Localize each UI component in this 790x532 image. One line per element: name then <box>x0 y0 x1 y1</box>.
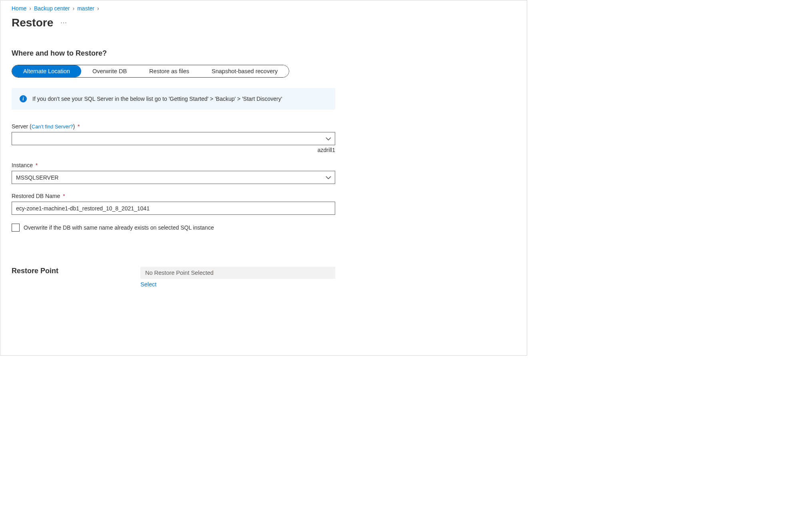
server-field: Server (Can't find Server?) * azdrill1 <box>12 123 335 153</box>
server-helper-text: azdrill1 <box>12 147 335 153</box>
restore-point-section: Restore Point No Restore Point Selected … <box>12 267 516 288</box>
info-icon: i <box>20 95 27 102</box>
overwrite-checkbox-label: Overwrite if the DB with same name alrea… <box>24 224 214 231</box>
option-alternate-location[interactable]: Alternate Location <box>12 65 81 77</box>
cant-find-server-link[interactable]: Can't find Server? <box>32 124 73 130</box>
restored-db-label: Restored DB Name * <box>12 193 335 199</box>
restore-point-heading: Restore Point <box>12 267 140 275</box>
section-heading-restore-how: Where and how to Restore? <box>12 49 516 58</box>
info-banner: i If you don't see your SQL Server in th… <box>12 88 335 110</box>
restore-point-value: No Restore Point Selected <box>140 267 335 279</box>
option-restore-as-files[interactable]: Restore as files <box>138 65 200 77</box>
option-snapshot-recovery[interactable]: Snapshot-based recovery <box>200 65 289 77</box>
required-indicator: * <box>36 162 38 168</box>
breadcrumb: Home › Backup center › master › <box>12 5 516 12</box>
option-overwrite-db[interactable]: Overwrite DB <box>81 65 138 77</box>
page-title-row: Restore ··· <box>12 16 516 29</box>
overwrite-checkbox[interactable] <box>12 224 20 232</box>
restore-type-option-group: Alternate Location Overwrite DB Restore … <box>12 65 289 78</box>
server-label-text: Server <box>12 123 28 130</box>
chevron-right-icon: › <box>72 5 75 12</box>
info-text: If you don't see your SQL Server in the … <box>32 96 282 102</box>
required-indicator: * <box>78 123 80 130</box>
restore-point-select-link[interactable]: Select <box>140 281 156 288</box>
restored-db-field: Restored DB Name * <box>12 193 335 215</box>
instance-label-text: Instance <box>12 162 33 168</box>
server-label: Server (Can't find Server?) * <box>12 123 335 130</box>
page-title: Restore <box>12 16 53 29</box>
breadcrumb-home[interactable]: Home <box>12 5 26 12</box>
instance-label: Instance * <box>12 162 335 168</box>
server-select[interactable] <box>12 132 335 145</box>
overwrite-checkbox-row: Overwrite if the DB with same name alrea… <box>12 224 516 232</box>
breadcrumb-backup-center[interactable]: Backup center <box>34 5 70 12</box>
breadcrumb-master[interactable]: master <box>77 5 94 12</box>
instance-select[interactable] <box>12 171 335 184</box>
restored-db-label-text: Restored DB Name <box>12 193 60 199</box>
restored-db-input[interactable] <box>12 202 335 215</box>
chevron-right-icon: › <box>29 5 32 12</box>
required-indicator: * <box>63 193 65 199</box>
instance-field: Instance * <box>12 162 335 184</box>
chevron-right-icon: › <box>97 5 100 12</box>
more-icon[interactable]: ··· <box>60 19 67 26</box>
